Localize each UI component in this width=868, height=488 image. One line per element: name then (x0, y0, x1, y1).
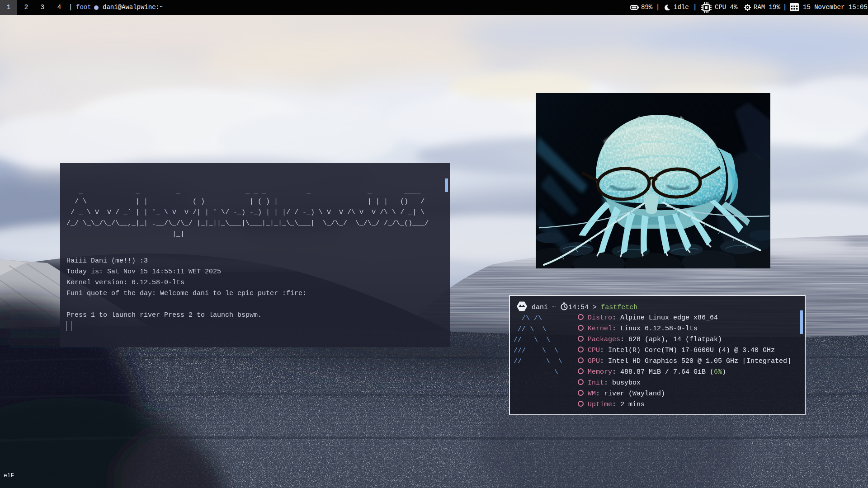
svg-text:elF: elF (4, 472, 14, 479)
